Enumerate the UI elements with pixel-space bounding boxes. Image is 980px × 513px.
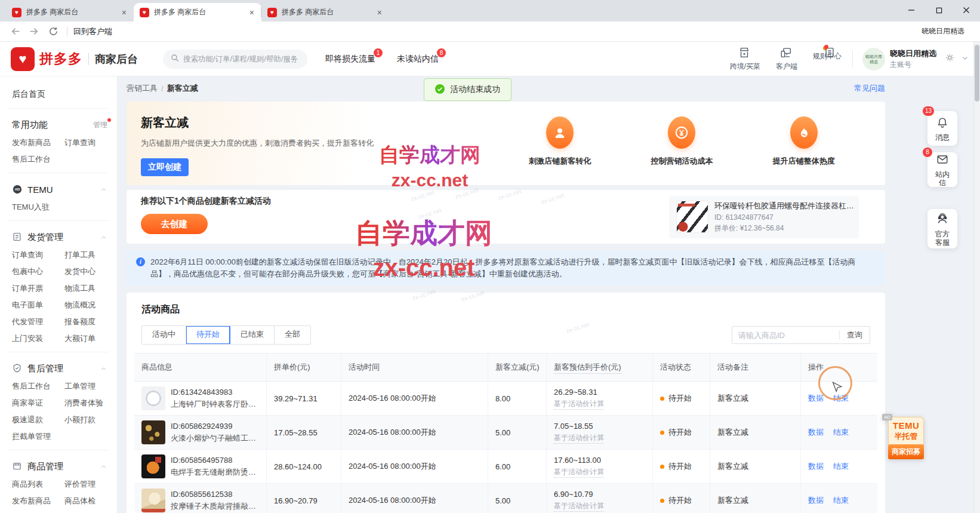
section-title[interactable]: 售后管理 [27,363,63,374]
sidebar-item-大额订单[interactable]: 大额订单 [64,333,117,344]
section-title[interactable]: 商品管理 [27,461,63,472]
filter-tab-活动中[interactable]: 活动中 [142,326,186,344]
data-link[interactable]: 数据 [808,461,824,472]
flame-icon [790,116,818,149]
end-link[interactable]: 结束 [833,461,849,472]
end-link[interactable]: 结束 [833,495,849,506]
data-link[interactable]: 数据 [808,393,824,404]
quick-link-跨境/买菜[interactable]: 跨境/买菜 [730,46,760,72]
sidebar-item-发布新商品[interactable]: 发布新商品 [12,137,64,148]
sidebar-item-拦截单管理[interactable]: 拦截单管理 [12,431,64,442]
sidebar-item-发货中心[interactable]: 发货中心 [64,266,117,277]
sidebar-item-报备额度[interactable]: 报备额度 [64,316,117,327]
sidebar-item-售后工作台[interactable]: 售后工作台 [12,380,64,392]
sidebar-item-电子面单[interactable]: 电子面单 [12,299,64,311]
back-icon[interactable] [7,24,23,39]
sidebar-item-home[interactable]: 后台首页 [0,85,117,103]
chevron-up-icon[interactable] [100,463,107,471]
header-quick-links: 跨境/买菜客户端规则中心 [730,46,842,72]
cell-remark: 新客立减 [710,382,801,415]
browser-tab[interactable]: ♥ 拼多多 商家后台 × [261,3,389,21]
alert-即将损失流量[interactable]: 即将损失流量1 [325,54,375,64]
sidebar-item-包裹中心[interactable]: 包裹中心 [12,266,64,277]
data-link[interactable]: 数据 [808,427,824,438]
alert-未读站内信[interactable]: 未读站内信8 [397,54,439,64]
sidebar-item-打单工具[interactable]: 打单工具 [64,249,117,260]
cell-discount: 8.00 [488,382,547,415]
refresh-icon[interactable] [45,24,61,39]
section-title[interactable]: 发货管理 [27,232,63,243]
sidebar-item-商家举证[interactable]: 商家举证 [12,397,64,408]
float-card-消息[interactable]: 13消息 [927,111,957,146]
search-icon [170,53,180,65]
maximize-button[interactable] [925,0,953,20]
recommend-product-card[interactable]: 环保哑铃杆包胶通用螺母配件连接器杠铃家用... ID: 613424877647… [669,196,859,238]
browser-tab[interactable]: ♥ 拼多多 商家后台 × [134,3,261,21]
sidebar-item-评价管理[interactable]: 评价管理 [64,478,117,490]
sidebar-item-工单管理[interactable]: 工单管理 [64,380,117,392]
filter-tab-待开始[interactable]: 待开始 [186,326,230,344]
sidebar-item-商品体检[interactable]: 商品体检 [64,495,117,506]
section-title[interactable]: TEMU [27,185,53,195]
browser-tab[interactable]: ♥ 拼多多 商家后台 × [6,3,134,21]
chevron-down-icon[interactable] [961,54,969,64]
product-id: ID: 613424877647 [714,213,855,222]
product-id-input[interactable] [732,331,839,340]
sidebar-item-商品列表[interactable]: 商品列表 [12,478,64,490]
minimize-button[interactable] [898,0,925,20]
notification-badge: 1 [374,48,383,57]
sidebar-item-上门安装[interactable]: 上门安装 [12,333,64,344]
sidebar-item-订单查询[interactable]: 订单查询 [64,137,117,148]
cell-estimate-note: 基于活动价计算 [554,501,604,512]
float-card-站内信[interactable]: 8站内信 [927,152,957,187]
quick-link-规则中心[interactable]: 规则中心 [813,46,842,72]
search-input[interactable] [183,55,300,63]
sidebar-item-极速退款[interactable]: 极速退款 [12,414,64,425]
sidebar-item-订单开票[interactable]: 订单开票 [12,282,64,294]
product-id: ID:613424843983 [171,388,260,397]
column-header-活动状态: 活动状态 [653,354,710,381]
devices-icon [779,46,794,60]
create-now-button[interactable]: 立即创建 [141,158,189,176]
header-search[interactable] [163,50,307,69]
faq-link[interactable]: 常见问题 [854,83,885,94]
close-window-button[interactable] [953,0,980,20]
cell-time: 2024-05-16 08:00:00开始 [341,484,488,513]
pinduoduo-logo-icon[interactable]: ♥ [11,47,35,71]
data-link[interactable]: 数据 [808,495,824,506]
scrollbar-thumb[interactable] [975,45,979,102]
chevron-up-icon[interactable] [100,365,107,373]
table-row: ID:605855612538 按摩锤子木质敲背捶敲打经... 16.90~20… [134,484,877,513]
tab-close-icon[interactable]: × [121,8,128,17]
sidebar-item-物流工具[interactable]: 物流工具 [64,282,117,294]
tab-close-icon[interactable]: × [376,8,383,17]
sidebar-item-订单查询[interactable]: 订单查询 [12,249,64,260]
chevron-up-icon[interactable] [100,186,107,193]
avatar[interactable]: 晓晓日用 精选 [862,48,885,70]
sidebar-item-售后工作台[interactable]: 售后工作台 [12,153,64,165]
cell-price: 39.29~71.31 [267,382,341,415]
section-action[interactable]: 管理 [93,120,107,130]
sidebar-item-代发管理[interactable]: 代发管理 [12,316,64,327]
sidebar-item-消费者体验[interactable]: 消费者体验 [64,397,117,408]
chevron-up-icon[interactable] [100,234,107,241]
end-link[interactable]: 结束 [833,427,849,438]
query-button[interactable]: 查询 [840,330,870,340]
sidebar-item-小额打款[interactable]: 小额打款 [64,414,117,425]
filter-tab-已结束[interactable]: 已结束 [230,326,275,344]
gear-icon[interactable] [945,53,955,65]
filter-tab-全部[interactable]: 全部 [275,326,310,344]
forward-icon[interactable] [26,24,42,39]
sidebar-item-物流概况[interactable]: 物流概况 [64,299,117,311]
float-card-官方客服[interactable]: 官方客服 [927,209,957,248]
quick-link-客户端[interactable]: 客户端 [776,46,797,72]
section-title[interactable]: 常用功能 [12,119,48,131]
sidebar-item-发布新商品[interactable]: 发布新商品 [12,495,64,506]
temu-promo-badge[interactable]: AD TEMU 半托管 商家招募 [888,417,924,459]
tab-close-icon[interactable]: × [248,8,255,17]
sidebar-item-TEMU入驻[interactable]: TEMU入驻 [12,201,64,213]
back-to-client-link[interactable]: 回到客户端 [73,26,112,37]
breadcrumb-parent[interactable]: 营销工具 [127,83,158,94]
page-scrollbar[interactable] [973,42,980,513]
go-create-button[interactable]: 去创建 [141,214,208,234]
